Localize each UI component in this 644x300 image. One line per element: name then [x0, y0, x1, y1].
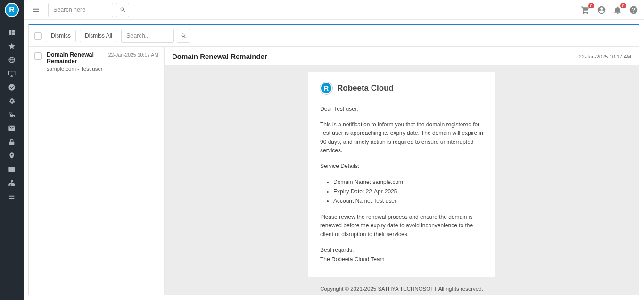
- list-item-sub: sample.com - Test user: [47, 66, 158, 72]
- panel-search-input[interactable]: [121, 29, 174, 43]
- notification-list: Domain Renewal Remainder 22-Jan-2025 10:…: [29, 47, 165, 295]
- nav-mail[interactable]: [0, 121, 24, 135]
- list-item[interactable]: Domain Renewal Remainder 22-Jan-2025 10:…: [29, 47, 164, 76]
- global-search-button[interactable]: [116, 3, 129, 17]
- dismiss-all-button[interactable]: Dismiss All: [80, 30, 117, 42]
- list-item-title: Domain Renewal Remainder: [47, 51, 106, 65]
- global-search: [48, 3, 129, 17]
- global-search-input[interactable]: [48, 3, 113, 17]
- panel-toolbar: Dismiss Dismiss All: [29, 25, 639, 47]
- user-icon[interactable]: [596, 4, 607, 16]
- detail-header: Domain Renewal Remainder 22-Jan-2025 10:…: [165, 47, 639, 65]
- email-regards-1: Best regards,: [320, 246, 483, 255]
- cart-icon[interactable]: 0: [580, 4, 591, 16]
- email-details-list: Domain Name: sample.com Expiry Date: 22-…: [320, 177, 483, 206]
- email-brand: Robeeta Cloud: [337, 83, 394, 93]
- email-brand-row: R Robeeta Cloud: [320, 82, 483, 94]
- email-regards-2: The Robeeta Cloud Team: [320, 255, 483, 264]
- detail-time: 22-Jan-2025 10:17 AM: [579, 54, 631, 59]
- email-footer-copyright: Copyright © 2021-2025 SATHYA TECHNOSOFT …: [308, 285, 495, 293]
- list-item-body: Domain Renewal Remainder 22-Jan-2025 10:…: [47, 51, 158, 72]
- email-service-heading: Service Details:: [320, 162, 483, 171]
- cart-badge: 0: [588, 3, 594, 8]
- list-item-time: 22-Jan-2025 10:17 AM: [108, 52, 158, 58]
- nav-sitemap[interactable]: [0, 176, 24, 190]
- nav-lock[interactable]: [0, 135, 24, 149]
- panel-search-button[interactable]: [177, 29, 190, 43]
- notification-detail: Domain Renewal Remainder 22-Jan-2025 10:…: [165, 47, 639, 295]
- list-item-checkbox[interactable]: [34, 52, 42, 60]
- email-logo-icon: R: [320, 82, 332, 94]
- nav-workflow[interactable]: [0, 108, 24, 121]
- panel-content: Domain Renewal Remainder 22-Jan-2025 10:…: [29, 47, 639, 295]
- email-intro: This is a notification to inform you tha…: [320, 120, 483, 155]
- sidebar: R: [0, 0, 24, 300]
- detail-body: R Robeeta Cloud Dear Test user, This is …: [165, 65, 639, 295]
- nav-folder[interactable]: [0, 162, 24, 176]
- detail-expiry: Expiry Date: 22-Apr-2025: [333, 187, 483, 196]
- app-logo[interactable]: R: [5, 3, 19, 17]
- nav-send[interactable]: [0, 80, 24, 94]
- bell-badge: 0: [620, 3, 626, 8]
- nav-settings[interactable]: [0, 94, 24, 108]
- topbar: 0 0: [24, 0, 644, 20]
- notifications-panel: Dismiss Dismiss All Domain Renewal Remai…: [28, 24, 639, 295]
- menu-toggle-icon[interactable]: [30, 4, 41, 16]
- dismiss-button[interactable]: Dismiss: [46, 30, 76, 42]
- nav-location[interactable]: [0, 149, 24, 162]
- detail-title: Domain Renewal Remainder: [172, 52, 267, 60]
- email-review: Please review the renewal process and en…: [320, 213, 483, 239]
- topbar-right: 0 0: [580, 4, 639, 16]
- nav-dashboard[interactable]: [0, 25, 24, 39]
- email-card: R Robeeta Cloud Dear Test user, This is …: [308, 72, 495, 277]
- nav-favorites[interactable]: [0, 39, 24, 53]
- nav-globe[interactable]: [0, 53, 24, 67]
- email-footer: Copyright © 2021-2025 SATHYA TECHNOSOFT …: [308, 285, 495, 295]
- bell-icon[interactable]: 0: [612, 4, 623, 16]
- nav-desktop[interactable]: [0, 67, 24, 80]
- detail-account: Account Name: Test user: [333, 196, 483, 206]
- email-greeting: Dear Test user,: [320, 105, 483, 114]
- panel-search: [121, 29, 190, 43]
- help-icon[interactable]: [628, 4, 639, 16]
- nav-list[interactable]: [0, 190, 24, 203]
- detail-domain: Domain Name: sample.com: [333, 177, 483, 187]
- select-all-checkbox[interactable]: [34, 32, 42, 40]
- main: Dismiss Dismiss All Domain Renewal Remai…: [24, 20, 644, 300]
